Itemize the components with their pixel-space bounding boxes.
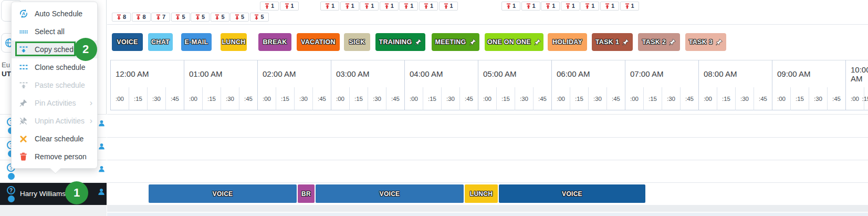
quarter-header-cell: :45 [386, 87, 404, 110]
hour-header-cell: 10:00 AM [845, 60, 868, 87]
menu-item-label: Auto Schedule [35, 9, 82, 18]
activity-label: CHAT [151, 38, 170, 46]
menu-item-label: Paste schedule [35, 81, 85, 89]
person-row-selected[interactable]: ? Harry Williams [0, 182, 107, 205]
quarter-header-cell: :00 [478, 87, 496, 110]
quarter-label: :45 [171, 96, 179, 102]
quarter-label: :00 [777, 96, 786, 102]
quarter-header-cell: :30 [588, 87, 606, 110]
quarter-label: :45 [685, 96, 694, 102]
quarter-header-cell: :45 [459, 87, 478, 110]
menu-item-remove-person[interactable]: Remove person [12, 148, 97, 166]
schedule-bar-label: LUNCH [470, 190, 493, 198]
status-dot-icon [8, 173, 15, 180]
quarter-header-cell: :15 [717, 87, 735, 110]
quarter-header-cell: :00 [772, 87, 790, 110]
quarter-label: :30 [740, 96, 749, 102]
hour-label: 05:00 AM [483, 69, 516, 78]
schedule-bar-voice[interactable]: VOICE [499, 184, 645, 203]
quarter-header-cell: :30 [221, 87, 239, 110]
svg-text:A: A [22, 11, 25, 16]
activity-button-chat[interactable]: CHAT [148, 33, 173, 51]
horizontal-scrollbar[interactable] [107, 205, 868, 212]
quarter-label: :00 [557, 96, 565, 102]
hour-label: 02:00 AM [263, 69, 296, 78]
quarter-label: :30 [152, 96, 161, 102]
schedule-bar-label: BR [301, 190, 311, 198]
hour-header-cell: 02:00 AM [257, 60, 331, 87]
quarter-header-cell: :30 [147, 87, 165, 110]
staffing-badge: 1 [340, 2, 359, 11]
quarter-label: :30 [667, 96, 675, 102]
quarter-header-cell: :00 [184, 87, 202, 110]
schedule-bar-label: VOICE [380, 190, 400, 198]
grid-row-line [107, 160, 868, 160]
schedule-bar-voice[interactable]: VOICE [149, 184, 297, 203]
staffing-badge: 5 [171, 13, 190, 22]
annotation-highlight-box [15, 42, 76, 56]
menu-item-paste-schedule[interactable]: Paste schedule [12, 76, 97, 94]
menu-item-clone-schedule[interactable]: Clone schedule [12, 58, 97, 76]
activity-button-training[interactable]: TRAINING [375, 33, 425, 51]
menu-item-unpin-activities[interactable]: Unpin Activities› [12, 112, 97, 130]
quarter-label: :30 [299, 96, 308, 102]
activity-button-sick[interactable]: SICK [344, 33, 370, 51]
activity-button-meeting[interactable]: MEETING [432, 33, 479, 51]
quarter-header-cell: :00 [331, 87, 349, 110]
quarter-label: :15 [428, 96, 436, 102]
quarter-header-cell: :15 [570, 87, 588, 110]
schedule-bar-br[interactable]: BR [298, 184, 315, 203]
activity-button-vacation[interactable]: VACATION [297, 33, 340, 51]
staffing-badge: 1 [360, 2, 379, 11]
activity-button-one-on-one[interactable]: ONE ON ONE [485, 33, 543, 51]
staffing-badge: 1 [380, 2, 399, 11]
grid-row-line [107, 182, 868, 183]
quarter-header-cell: :15 [423, 87, 441, 110]
menu-item-label: Unpin Activities [35, 117, 85, 125]
quarter-header-cell: :30 [809, 87, 827, 110]
activity-button-holiday[interactable]: HOLIDAY [548, 33, 587, 51]
hour-header-cell: 03:00 AM [331, 60, 404, 87]
quarter-header-cell: :00 [110, 87, 129, 110]
staffing-badge: 1 [620, 2, 639, 11]
quarter-label: :45 [538, 96, 547, 102]
quarter-label: :45 [465, 96, 473, 102]
activity-button-lunch[interactable]: LUNCH [221, 33, 247, 51]
quarter-header-cell: :30 [515, 87, 533, 110]
quarter-label: :30 [593, 96, 602, 102]
menu-item-pin-activities[interactable]: Pin Activities› [12, 94, 97, 112]
schedule-bar-voice[interactable]: VOICE [316, 184, 464, 203]
staffing-badge: 1 [260, 2, 279, 11]
quarter-header-cell: :00 [845, 87, 864, 110]
activity-button-task-1[interactable]: TASK 1 [592, 33, 633, 51]
quarter-header-cell: :15 [349, 87, 368, 110]
hour-label: 04:00 AM [410, 69, 443, 78]
staffing-badge: 1 [439, 2, 458, 11]
schedule-bar-lunch[interactable]: LUNCH [465, 184, 498, 203]
activity-button-voice[interactable]: VOICE [112, 33, 143, 51]
quarter-label: :00 [851, 96, 859, 102]
pin-icon [18, 98, 28, 108]
activity-label: HOLIDAY [552, 38, 582, 46]
quarter-label: :30 [814, 96, 822, 102]
activity-label: BREAK [263, 38, 287, 46]
schedule-app: Eu UT ??? ? Harry Williams 8875555511111… [0, 0, 868, 216]
staffing-badge: 1 [521, 2, 540, 11]
activity-label: VACATION [301, 38, 336, 46]
staffing-badge: 1 [399, 2, 418, 11]
context-menu: AAuto ScheduleSelect allCopy scheduleClo… [11, 2, 98, 169]
activity-button-task-3[interactable]: TASK 3 [685, 33, 726, 51]
menu-item-label: Remove person [35, 152, 87, 161]
activity-label: VOICE [117, 38, 138, 46]
menu-item-label: Select all [35, 27, 65, 36]
activity-label: SICK [349, 38, 365, 46]
activity-button-break[interactable]: BREAK [258, 33, 291, 51]
menu-item-clear-schedule[interactable]: Clear schedule [12, 130, 97, 148]
activity-button-e-mail[interactable]: E-MAIL [181, 33, 212, 51]
pin-icon [716, 39, 723, 46]
hour-header-cell: 04:00 AM [404, 60, 478, 87]
activity-button-task-2[interactable]: TASK 2 [638, 33, 680, 51]
staffing-badge: 5 [250, 13, 269, 22]
quarter-label: :45 [832, 96, 841, 102]
menu-item-auto-schedule[interactable]: AAuto Schedule [12, 5, 97, 23]
